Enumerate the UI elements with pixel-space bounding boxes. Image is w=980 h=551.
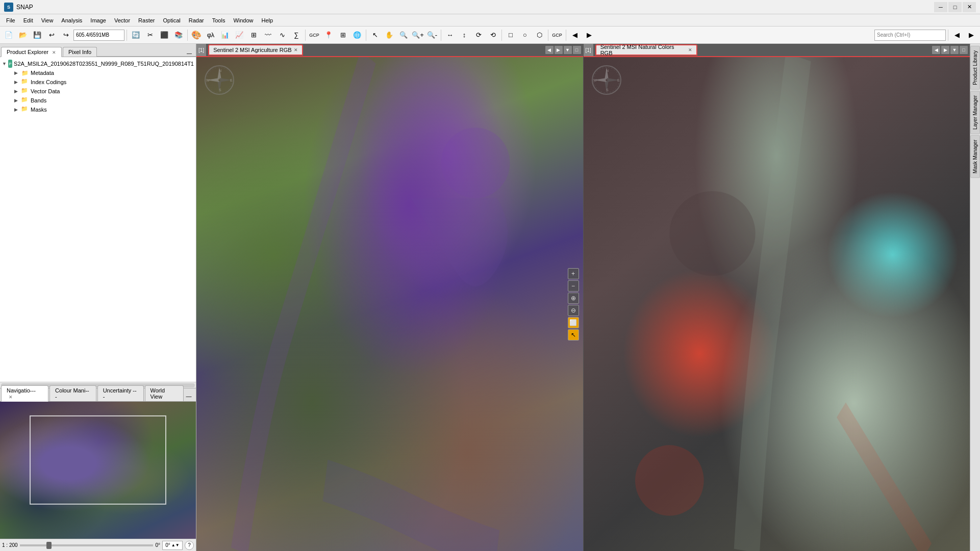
view-tab-agriculture-close-icon[interactable]: ✕ bbox=[294, 47, 298, 53]
menu-image[interactable]: Image bbox=[86, 14, 110, 26]
tree-item-bands[interactable]: ▶ 📁 Bands bbox=[2, 96, 194, 105]
tb-statistics-button[interactable]: ∑ bbox=[290, 29, 303, 42]
view-nav-max-agriculture[interactable]: □ bbox=[573, 46, 581, 54]
menu-window[interactable]: Window bbox=[229, 14, 257, 26]
tb-pan-button[interactable]: ✋ bbox=[383, 29, 396, 42]
tb-reprojection-button[interactable]: 🔄 bbox=[129, 29, 142, 42]
panel-minimize-button[interactable]: — bbox=[185, 50, 194, 56]
view-nav-next-agriculture[interactable]: ▶ bbox=[555, 46, 563, 54]
menu-radar[interactable]: Radar bbox=[185, 14, 208, 26]
tb-zoomin-button[interactable]: 🔍+ bbox=[411, 29, 424, 42]
tb-draw-rect-button[interactable]: □ bbox=[504, 29, 517, 42]
tab-colour-manipulation[interactable]: Colour Mani--- bbox=[49, 385, 96, 401]
tb-fliph-button[interactable]: ↔ bbox=[443, 29, 457, 42]
minimize-button[interactable]: ─ bbox=[934, 2, 947, 12]
sidebar-tab-product-library[interactable]: Product Library bbox=[970, 46, 980, 90]
tree-expand-masks[interactable]: ▶ bbox=[12, 106, 19, 113]
tb-zoom-button[interactable]: 🔍 bbox=[397, 29, 410, 42]
tab-product-explorer[interactable]: Product Explorer ✕ bbox=[1, 47, 62, 57]
tb-rotate-button[interactable]: ⟳ bbox=[472, 29, 485, 42]
view-tab-agriculture[interactable]: Sentinel 2 MSI Agriculture RGB ✕ bbox=[208, 44, 303, 56]
menu-edit[interactable]: Edit bbox=[19, 14, 37, 26]
tb-worldmap-button[interactable]: 🌐 bbox=[350, 29, 364, 42]
tb-undo-button[interactable]: ↩ bbox=[45, 29, 58, 42]
tree-item-masks[interactable]: ▶ 📁 Masks bbox=[2, 105, 194, 114]
zoom-fit-button-agri[interactable]: ⊕ bbox=[568, 293, 579, 304]
tree-item-root[interactable]: ▼ P S2A_MSIL2A_20190628T023551_N9999_R08… bbox=[2, 59, 194, 68]
tb-subset-button[interactable]: ✂ bbox=[143, 29, 157, 42]
tb-gcp2-button[interactable]: GCP bbox=[550, 29, 564, 42]
tb-colour-button[interactable]: 🎨 bbox=[190, 29, 203, 42]
view-tab-natural[interactable]: Sentinel 2 MSI Natural Colors RGB ✕ bbox=[595, 44, 697, 56]
tb-stack-button[interactable]: 📚 bbox=[172, 29, 185, 42]
tb-pin-right-button[interactable]: ▶ bbox=[965, 29, 978, 42]
zoom-select-button-agri[interactable]: ⬜ bbox=[568, 317, 579, 328]
view-nav-prev-natural[interactable]: ◀ bbox=[932, 46, 940, 54]
menu-analysis[interactable]: Analysis bbox=[57, 14, 86, 26]
tb-nav-arrow-right[interactable]: ▶ bbox=[583, 29, 596, 42]
tab-world-view[interactable]: World View bbox=[145, 385, 184, 401]
tb-select-button[interactable]: ↖ bbox=[368, 29, 382, 42]
view-tab-natural-close-icon[interactable]: ✕ bbox=[688, 47, 692, 53]
tb-spectrum-button[interactable]: 〰 bbox=[261, 29, 274, 42]
menu-vector[interactable]: Vector bbox=[110, 14, 134, 26]
zoom-slider-handle[interactable] bbox=[46, 542, 52, 549]
menu-raster[interactable]: Raster bbox=[134, 14, 159, 26]
maximize-button[interactable]: □ bbox=[948, 2, 962, 12]
tb-mosaic-button[interactable]: ⬛ bbox=[158, 29, 171, 42]
tab-pixel-info[interactable]: Pixel Info bbox=[63, 47, 97, 57]
menu-file[interactable]: File bbox=[2, 14, 19, 26]
zoom-slider[interactable] bbox=[20, 544, 154, 546]
tree-expand-root[interactable]: ▼ bbox=[2, 60, 7, 67]
tree-item-vector-data[interactable]: ▶ 📁 Vector Data bbox=[2, 87, 194, 96]
tb-gcp-button[interactable]: GCP bbox=[308, 29, 321, 42]
tb-open-button[interactable]: 📂 bbox=[16, 29, 30, 42]
tab-uncertainty[interactable]: Uncertainty --- bbox=[97, 385, 144, 401]
tree-item-metadata[interactable]: ▶ 📁 Metadata bbox=[2, 68, 194, 77]
angle-spinner[interactable]: ▲▼ bbox=[171, 543, 180, 547]
tb-histogram-button[interactable]: 📊 bbox=[218, 29, 232, 42]
tb-flipv-button[interactable]: ↕ bbox=[458, 29, 471, 42]
tb-wavelength-button[interactable]: φλ bbox=[204, 29, 217, 42]
view-nav-next-natural[interactable]: ▶ bbox=[941, 46, 949, 54]
zoom-arrow-button-agri[interactable]: ↖ bbox=[568, 329, 579, 340]
zoom-sync-button-agri[interactable]: ⊖ bbox=[568, 305, 579, 316]
view-nav-menu-natural[interactable]: ▼ bbox=[950, 46, 959, 54]
tb-draw-poly-button[interactable]: ⬡ bbox=[533, 29, 546, 42]
tb-reset-button[interactable]: ⟲ bbox=[486, 29, 499, 42]
tb-nav-arrow-left[interactable]: ◀ bbox=[568, 29, 582, 42]
help-button[interactable]: ? bbox=[185, 541, 194, 550]
tb-profile-button[interactable]: 📈 bbox=[233, 29, 246, 42]
bottom-panel-close-button[interactable]: — bbox=[184, 391, 194, 401]
angle-input[interactable]: 0° ▲▼ bbox=[162, 541, 183, 550]
zoom-out-button-agri[interactable]: − bbox=[568, 280, 579, 292]
view-nav-prev-agriculture[interactable]: ◀ bbox=[545, 46, 554, 54]
tree-item-index-codings[interactable]: ▶ 📁 Index Codings bbox=[2, 77, 194, 87]
menu-tools[interactable]: Tools bbox=[208, 14, 230, 26]
menu-view[interactable]: View bbox=[37, 14, 58, 26]
tree-expand-bands[interactable]: ▶ bbox=[12, 97, 19, 104]
view-nav-max-natural[interactable]: □ bbox=[960, 46, 968, 54]
view-nav-menu-agriculture[interactable]: ▼ bbox=[564, 46, 572, 54]
tree-expand-index-codings[interactable]: ▶ bbox=[12, 78, 19, 86]
tb-zoomout-button[interactable]: 🔍- bbox=[425, 29, 439, 42]
tab-product-explorer-close-icon[interactable]: ✕ bbox=[52, 50, 56, 55]
search-input[interactable] bbox=[874, 30, 946, 41]
zoom-in-button-agri[interactable]: + bbox=[568, 268, 579, 279]
menu-optical[interactable]: Optical bbox=[159, 14, 185, 26]
tab-navigation[interactable]: Navigatio--- ✕ bbox=[1, 385, 48, 402]
tb-grid-button[interactable]: ⊞ bbox=[336, 29, 349, 42]
tb-pin-left-button[interactable]: ◀ bbox=[950, 29, 964, 42]
sidebar-tab-layer-manager[interactable]: Layer Manager bbox=[970, 91, 980, 134]
tb-waveform-button[interactable]: ∿ bbox=[275, 29, 289, 42]
tb-redo-button[interactable]: ↪ bbox=[59, 29, 72, 42]
tb-draw-ellipse-button[interactable]: ○ bbox=[518, 29, 532, 42]
tree-expand-metadata[interactable]: ▶ bbox=[12, 69, 19, 76]
tb-save-button[interactable]: 💾 bbox=[31, 29, 44, 42]
tb-scatter-button[interactable]: ⊞ bbox=[247, 29, 260, 42]
close-button[interactable]: ✕ bbox=[963, 2, 976, 12]
menu-help[interactable]: Help bbox=[258, 14, 278, 26]
sidebar-tab-mask-manager[interactable]: Mask Manager bbox=[970, 135, 980, 178]
tb-pin-button[interactable]: 📍 bbox=[322, 29, 335, 42]
tree-expand-vector-data[interactable]: ▶ bbox=[12, 88, 19, 95]
